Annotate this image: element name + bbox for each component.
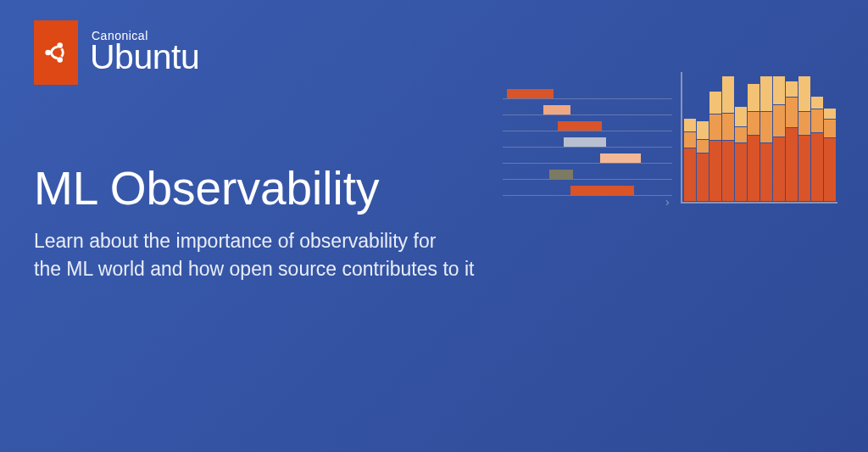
histogram-segment — [786, 128, 798, 201]
histogram-chart-icon: › — [681, 72, 837, 212]
histogram-segment — [697, 153, 709, 201]
ubuntu-circle-of-friends-icon — [43, 40, 69, 65]
histogram-segment — [684, 132, 696, 148]
logo-text: Canonical Ubuntu — [90, 29, 199, 77]
y-axis — [681, 72, 682, 204]
histogram-column — [773, 76, 785, 202]
x-axis — [681, 202, 837, 204]
main-content: ML Observability Learn about the importa… — [34, 161, 475, 284]
histogram-column — [748, 76, 760, 202]
subtitle-line-1: Learn about the importance of observabil… — [34, 230, 436, 252]
histogram-segment — [722, 114, 734, 140]
histogram-column — [709, 76, 721, 202]
svg-point-0 — [45, 50, 51, 56]
histogram-segment — [760, 112, 772, 142]
histogram-column — [722, 76, 734, 202]
histogram-segment — [748, 112, 760, 135]
histogram-column — [684, 76, 696, 202]
histogram-segment — [684, 148, 696, 201]
gantt-row — [503, 137, 672, 148]
decorative-chart-graphic: › — [503, 68, 837, 212]
subtitle-line-2: the ML world and how open source contrib… — [34, 258, 475, 280]
gantt-row — [503, 104, 672, 115]
histogram-segment — [786, 81, 798, 97]
histogram-segment — [760, 143, 772, 201]
histogram-segment — [735, 127, 747, 142]
ubuntu-icon — [34, 20, 78, 85]
histogram-segment — [735, 143, 747, 201]
gantt-bar — [543, 105, 570, 114]
histogram-column — [824, 76, 836, 202]
histogram-segment — [811, 109, 823, 132]
histogram-segment — [760, 76, 772, 111]
gantt-row — [503, 88, 672, 99]
histogram-column — [760, 76, 772, 202]
brand-logo: Canonical Ubuntu — [34, 20, 199, 85]
svg-point-2 — [57, 57, 63, 63]
histogram-segment — [709, 92, 721, 114]
histogram-segment — [735, 107, 747, 127]
gantt-row — [503, 185, 672, 196]
gantt-row — [503, 153, 672, 164]
histogram-column — [786, 76, 798, 202]
histogram-column — [798, 76, 810, 202]
page-title: ML Observability — [34, 161, 475, 215]
histogram-column — [697, 76, 709, 202]
histogram-segment — [722, 141, 734, 201]
gantt-bar — [600, 153, 641, 163]
histogram-segment — [798, 76, 810, 111]
gantt-chart-icon — [503, 85, 672, 212]
histogram-segment — [722, 76, 734, 113]
logo-main: Ubuntu — [90, 37, 199, 77]
histogram-segment — [709, 141, 721, 201]
gantt-row — [503, 120, 672, 131]
histogram-segment — [709, 114, 721, 140]
histogram-column — [735, 76, 747, 202]
histogram-segment — [798, 136, 810, 201]
histogram-segment — [748, 136, 760, 201]
histogram-segment — [773, 137, 785, 201]
histogram-segment — [798, 112, 810, 135]
gantt-bar — [564, 137, 606, 147]
gantt-bar — [507, 89, 554, 98]
histogram-bars — [684, 76, 836, 202]
arrow-icon: › — [665, 195, 670, 209]
histogram-segment — [811, 133, 823, 201]
histogram-segment — [824, 138, 836, 201]
gantt-bar — [570, 186, 634, 195]
subtitle: Learn about the importance of observabil… — [34, 227, 475, 284]
histogram-segment — [697, 121, 709, 139]
histogram-segment — [748, 84, 760, 112]
histogram-segment — [684, 119, 696, 131]
histogram-segment — [773, 105, 785, 136]
histogram-segment — [697, 140, 709, 153]
histogram-segment — [773, 76, 785, 104]
gantt-bar — [558, 121, 602, 131]
svg-point-1 — [57, 42, 63, 48]
gantt-bar — [549, 170, 573, 179]
gantt-row — [503, 169, 672, 180]
histogram-segment — [824, 109, 836, 119]
histogram-segment — [786, 98, 798, 128]
histogram-segment — [824, 120, 836, 137]
histogram-column — [811, 76, 823, 202]
histogram-segment — [811, 97, 823, 109]
